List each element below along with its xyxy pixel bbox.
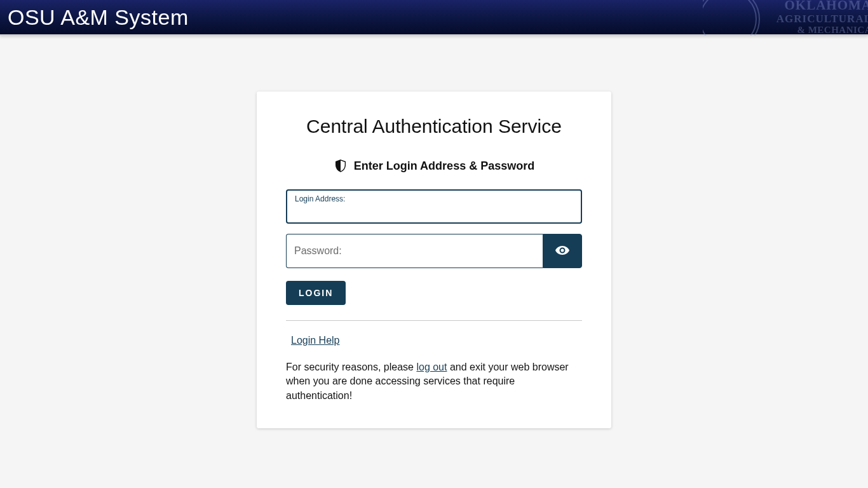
login-address-input[interactable] bbox=[295, 205, 573, 216]
login-button[interactable]: LOGIN bbox=[286, 281, 346, 305]
password-input[interactable] bbox=[294, 245, 535, 257]
security-note-before: For security reasons, please bbox=[286, 362, 416, 372]
login-card: Central Authentication Service Enter Log… bbox=[257, 92, 611, 428]
password-wrap[interactable] bbox=[286, 234, 543, 268]
prompt-row: Enter Login Address & Password bbox=[286, 159, 582, 173]
app-header: OSU A&M System OKLAHOMA AGRICULTURAL & M… bbox=[0, 0, 868, 36]
logout-link[interactable]: log out bbox=[416, 362, 447, 372]
divider bbox=[286, 320, 582, 321]
seal-circle-icon bbox=[703, 0, 760, 36]
shield-icon bbox=[334, 159, 348, 173]
seal-line1: OKLAHOMA bbox=[776, 0, 868, 12]
reveal-password-button[interactable] bbox=[543, 234, 582, 268]
password-field bbox=[286, 234, 582, 268]
login-address-wrap[interactable]: Login Address: bbox=[286, 189, 582, 224]
header-seal-graphic: OKLAHOMA AGRICULTURAL & MECHANICA bbox=[703, 0, 868, 36]
app-title: OSU A&M System bbox=[8, 5, 189, 30]
page-title: Central Authentication Service bbox=[286, 116, 582, 137]
seal-text: OKLAHOMA AGRICULTURAL & MECHANICA bbox=[776, 0, 868, 35]
login-help-link[interactable]: Login Help bbox=[291, 335, 340, 346]
security-note: For security reasons, please log out and… bbox=[286, 360, 582, 403]
seal-line2: AGRICULTURAL bbox=[776, 13, 868, 24]
eye-icon bbox=[555, 243, 570, 260]
prompt-text: Enter Login Address & Password bbox=[354, 159, 534, 173]
main-container: Central Authentication Service Enter Log… bbox=[0, 36, 868, 428]
login-address-label: Login Address: bbox=[295, 194, 573, 203]
login-address-field: Login Address: bbox=[286, 189, 582, 224]
seal-line3: & MECHANICA bbox=[776, 25, 868, 35]
